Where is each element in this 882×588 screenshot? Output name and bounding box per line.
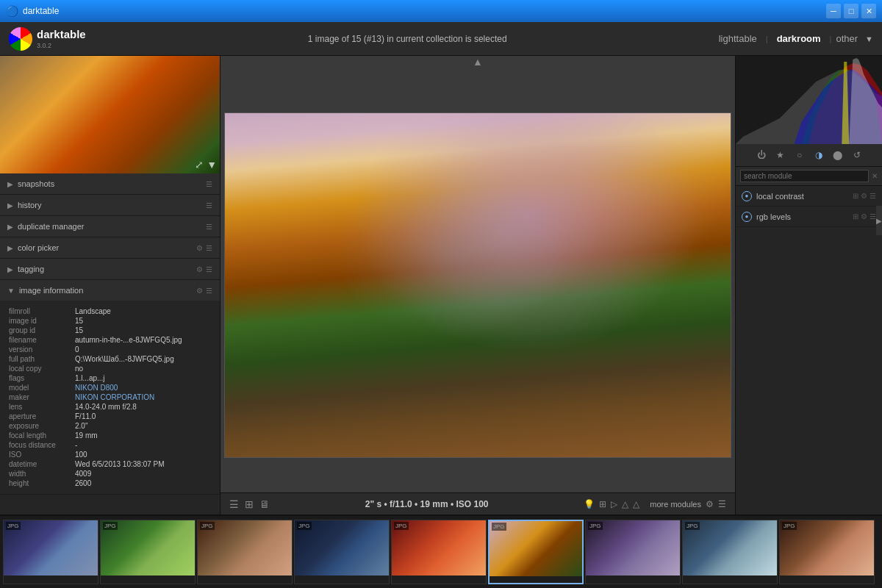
duplicate-manager-header[interactable]: ▶ duplicate manager ☰ — [0, 216, 220, 237]
top-arrow-icon[interactable]: ▲ — [473, 56, 483, 68]
indicator-icon-3[interactable]: ▷ — [611, 499, 617, 509]
width-value: 4009 — [75, 470, 91, 478]
info-row-version: version 0 — [9, 345, 211, 354]
statusbar-menu-icon[interactable]: ☰ — [718, 499, 726, 509]
color-picker-header[interactable]: ▶ color picker ⚙ ☰ — [0, 237, 220, 258]
image-information-arrow: ▼ — [7, 287, 15, 295]
grid-icon[interactable]: ⊞ — [245, 498, 254, 510]
indicator-icon-1[interactable]: 💡 — [584, 499, 595, 509]
history-menu-icon[interactable]: ☰ — [206, 201, 212, 209]
film-item-9[interactable]: JPG — [779, 520, 875, 584]
color-icon[interactable]: ⬤ — [830, 147, 846, 163]
rgb-levels-icons: ⊞ ⚙ ☰ — [853, 212, 876, 220]
minimize-button[interactable]: ─ — [826, 4, 841, 18]
film-label-4: JPG — [297, 522, 312, 530]
rgb-levels-module[interactable]: ● rgb levels ⊞ ⚙ ☰ — [736, 207, 882, 227]
rgb-levels-menu-icon[interactable]: ☰ — [870, 212, 876, 220]
close-button[interactable]: ✕ — [861, 4, 876, 18]
indicator-icon-4[interactable]: △ — [622, 499, 628, 509]
rgb-levels-toggle[interactable]: ● — [742, 212, 752, 222]
circle-icon[interactable]: ○ — [792, 147, 808, 163]
indicator-icon-5[interactable]: △ — [633, 499, 639, 509]
lens-value: 14.0-24.0 mm f/2.8 — [75, 403, 137, 411]
tagging-header[interactable]: ▶ tagging ⚙ ☰ — [0, 259, 220, 279]
filename-value: autumn-in-the-...e-8JWFGQ5.jpg — [75, 336, 182, 344]
filename-label: filename — [9, 336, 75, 344]
tagging-section: ▶ tagging ⚙ ☰ — [0, 259, 220, 280]
film-item-1[interactable]: JPG — [3, 520, 98, 584]
search-module-input[interactable] — [740, 170, 869, 182]
main-area: ⤢ ▼ ▶ snapshots ☰ ▶ history ☰ — [0, 56, 882, 514]
version-label: version — [9, 345, 75, 354]
tagging-settings-icon[interactable]: ⚙ — [196, 265, 203, 273]
color-picker-settings-icon[interactable]: ⚙ — [196, 244, 203, 252]
film-bottom-4 — [295, 576, 389, 584]
reset-icon[interactable]: ↺ — [849, 147, 865, 163]
image-info-menu-icon[interactable]: ☰ — [206, 287, 212, 295]
tagging-title: tagging — [18, 265, 196, 273]
history-header[interactable]: ▶ history ☰ — [0, 195, 220, 215]
right-collapse-arrow[interactable]: ▶ — [876, 206, 882, 235]
indicator-icon-2[interactable]: ⊞ — [599, 499, 606, 509]
image-id-label: image id — [9, 317, 75, 325]
star-icon[interactable]: ★ — [772, 147, 789, 163]
tagging-menu-icon[interactable]: ☰ — [206, 265, 212, 273]
color-picker-section: ▶ color picker ⚙ ☰ — [0, 237, 220, 259]
nav-darkroom[interactable]: darkroom — [772, 32, 825, 46]
main-image[interactable] — [224, 112, 731, 458]
film-item-7[interactable]: JPG — [585, 520, 681, 584]
display-icon[interactable]: 🖥 — [259, 498, 270, 510]
info-row-group-id: group id 15 — [9, 326, 211, 335]
nav-lighttable[interactable]: lighttable — [714, 32, 761, 46]
film-item-3[interactable]: JPG — [197, 520, 293, 584]
film-label-1: JPG — [6, 522, 21, 530]
nav-other[interactable]: other — [836, 33, 858, 44]
topbar: darktable 3.0.2 1 image of 15 (#13) in c… — [0, 22, 882, 56]
image-information-header[interactable]: ▼ image information ⚙ ☰ — [0, 280, 220, 301]
duplicate-manager-menu-icon[interactable]: ☰ — [206, 223, 212, 231]
power-icon[interactable]: ⏻ — [753, 147, 770, 163]
film-item-2[interactable]: JPG — [100, 520, 196, 584]
local-contrast-toggle[interactable]: ● — [742, 191, 752, 201]
rgb-levels-multi-icon[interactable]: ⊞ — [853, 212, 858, 220]
nav-dropdown-icon[interactable]: ▼ — [865, 35, 873, 43]
color-picker-menu-icon[interactable]: ☰ — [206, 244, 212, 252]
maximize-button[interactable]: □ — [844, 4, 858, 18]
aperture-value: F/11.0 — [75, 412, 96, 420]
image-id-value: 15 — [75, 317, 83, 325]
history-arrow: ▶ — [7, 201, 13, 209]
local-contrast-multi-icon[interactable]: ⊞ — [853, 192, 858, 200]
expand-icon[interactable]: ⤢ — [195, 159, 204, 171]
settings-icon[interactable]: ▼ — [207, 159, 217, 171]
film-item-6[interactable]: JPG — [488, 520, 584, 584]
flags-value: 1.l...ap...j — [75, 374, 105, 382]
search-clear-icon[interactable]: ✕ — [872, 172, 878, 180]
snapshots-header[interactable]: ▶ snapshots ☰ — [0, 173, 220, 194]
history-icons: ☰ — [206, 201, 212, 209]
more-modules-btn[interactable]: more modules — [650, 500, 701, 509]
rgb-levels-settings-icon[interactable]: ⚙ — [861, 212, 867, 220]
statusbar-settings-icon[interactable]: ⚙ — [706, 499, 714, 509]
logo-icon — [9, 27, 32, 51]
tagging-arrow: ▶ — [7, 265, 13, 273]
menu-icon[interactable]: ☰ — [229, 498, 239, 510]
film-item-8[interactable]: JPG — [682, 520, 778, 584]
image-info-settings-icon[interactable]: ⚙ — [196, 287, 203, 295]
info-row-datetime: datetime Wed 6/5/2013 10:38:07 PM — [9, 459, 211, 469]
local-contrast-label: local contrast — [756, 192, 853, 201]
film-item-4[interactable]: JPG — [294, 520, 390, 584]
snapshots-arrow: ▶ — [7, 180, 13, 188]
info-row-aperture: aperture F/11.0 — [9, 412, 211, 421]
adjust-icon[interactable]: ◑ — [811, 147, 827, 163]
local-contrast-settings-icon[interactable]: ⚙ — [861, 192, 867, 200]
filmstrip: JPG JPG JPG JPG JPG JPG JPG JPG JPG — [0, 514, 882, 588]
local-contrast-module[interactable]: ● local contrast ⊞ ⚙ ☰ — [736, 186, 882, 207]
film-item-5[interactable]: JPG — [391, 520, 487, 584]
snapshots-menu-icon[interactable]: ☰ — [206, 180, 212, 188]
info-row-maker: maker NIKON CORPORATION — [9, 392, 211, 402]
image-info-table: filmroll Landscape image id 15 group id … — [7, 305, 212, 490]
datetime-value: Wed 6/5/2013 10:38:07 PM — [75, 460, 165, 468]
info-row-width: width 4009 — [9, 469, 211, 478]
local-contrast-menu-icon[interactable]: ☰ — [870, 192, 876, 200]
duplicate-manager-title: duplicate manager — [18, 222, 206, 231]
